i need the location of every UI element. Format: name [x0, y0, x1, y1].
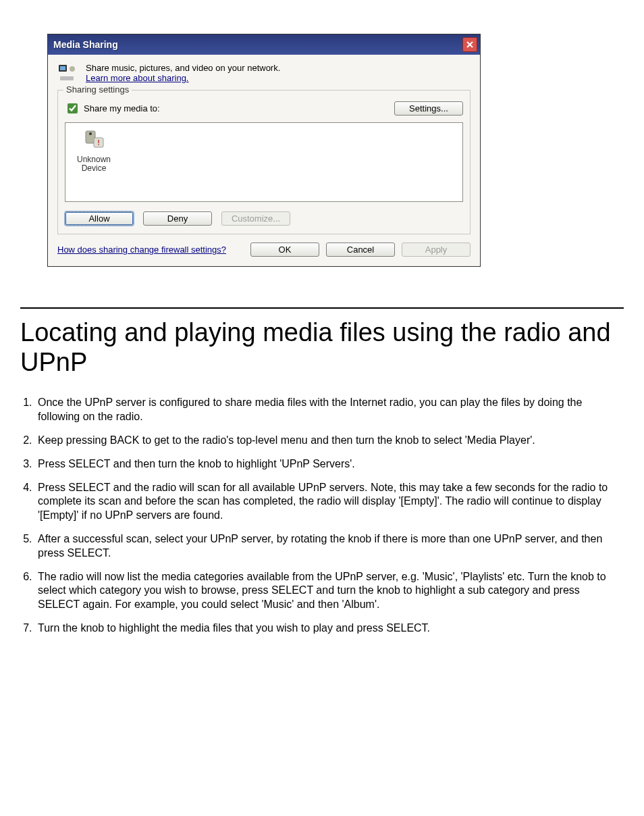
intro-text: Share music, pictures, and video on your…	[86, 63, 280, 73]
sharing-settings-group: Sharing settings Share my media to: Sett…	[57, 90, 471, 234]
svg-point-4	[70, 66, 75, 72]
customize-button: Customize...	[221, 211, 290, 226]
dialog-body: Share music, pictures, and video on your…	[48, 55, 480, 266]
device-item-unknown[interactable]: ! Unknown Device	[72, 128, 115, 173]
list-item: Keep pressing BACK to get to the radio's…	[35, 434, 624, 448]
dialog-bottom-buttons: OK Cancel Apply	[250, 243, 471, 257]
sharing-settings-legend: Sharing settings	[63, 84, 132, 95]
list-item: Press SELECT and then turn the knob to h…	[35, 457, 624, 471]
intro-row: Share music, pictures, and video on your…	[57, 63, 471, 84]
cancel-button[interactable]: Cancel	[326, 243, 395, 257]
device-action-row: Allow Deny Customize...	[65, 211, 463, 226]
device-list[interactable]: ! Unknown Device	[65, 122, 463, 202]
svg-rect-5	[60, 76, 74, 80]
svg-point-7	[89, 132, 92, 135]
svg-rect-3	[60, 66, 65, 70]
device-icon: !	[82, 128, 106, 153]
intro-text-block: Share music, pictures, and video on your…	[86, 63, 280, 83]
firewall-link[interactable]: How does sharing change firewall setting…	[57, 245, 226, 255]
steps-list: Once the UPnP server is configured to sh…	[20, 396, 624, 635]
list-item: Turn the knob to highlight the media fil…	[35, 621, 624, 636]
dialog-bottom-row: How does sharing change firewall setting…	[57, 243, 471, 257]
share-checkbox-label: Share my media to:	[84, 103, 160, 113]
share-row: Share my media to: Settings...	[65, 101, 463, 116]
list-item: Press SELECT and the radio will scan for…	[35, 481, 624, 523]
share-checkbox-wrap[interactable]: Share my media to:	[65, 101, 160, 116]
dialog-titlebar: Media Sharing	[48, 34, 480, 55]
list-item: After a successful scan, select your UPn…	[35, 532, 624, 561]
ok-button[interactable]: OK	[250, 243, 319, 257]
page-heading: Locating and playing media files using t…	[20, 318, 624, 377]
learn-more-link[interactable]: Learn more about sharing.	[86, 73, 188, 83]
device-item-label: Unknown Device	[72, 155, 115, 173]
list-item: The radio will now list the media catego…	[35, 570, 624, 612]
svg-text:!: !	[97, 138, 100, 147]
close-button[interactable]	[462, 37, 477, 52]
close-icon	[466, 41, 473, 48]
media-sharing-dialog: Media Sharing Sha	[47, 34, 481, 267]
share-checkbox[interactable]	[68, 103, 78, 113]
settings-button[interactable]: Settings...	[394, 101, 463, 116]
apply-button: Apply	[402, 243, 471, 257]
media-share-icon	[57, 63, 79, 84]
dialog-title: Media Sharing	[53, 39, 118, 50]
allow-button[interactable]: Allow	[65, 211, 134, 226]
deny-button[interactable]: Deny	[143, 211, 212, 226]
list-item: Once the UPnP server is configured to sh…	[35, 396, 624, 424]
section-divider	[20, 307, 624, 309]
